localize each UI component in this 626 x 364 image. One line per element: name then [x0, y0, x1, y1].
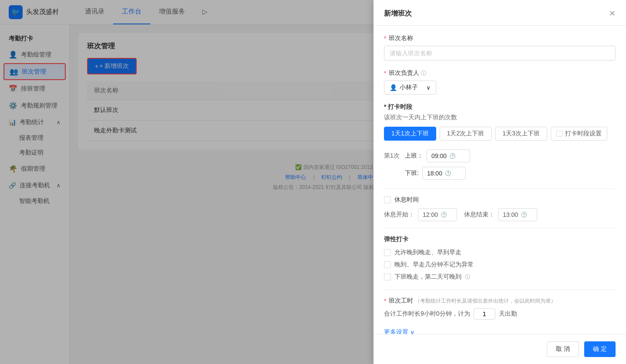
modal-close-button[interactable]: ✕ [609, 9, 616, 18]
break-time-field: 休息时间 休息开始： 12:00 🕐 休息结束： 13:00 🕐 [384, 196, 616, 221]
custom-period-label: 打卡时段设置 [565, 130, 602, 138]
flex-opt3-checkbox[interactable] [384, 273, 391, 280]
shift-name-label: * 班次名称 [384, 34, 616, 42]
workhours-text1: 合计工作时长9小时0分钟，计为 [384, 310, 470, 318]
end-time-input[interactable]: 18:00 🕐 [422, 167, 466, 180]
shift-owner-select[interactable]: 👤 小林子 ∨ [384, 81, 436, 94]
break-start-item: 休息开始： 12:00 🕐 [384, 208, 457, 221]
shift-owner-info-icon: ⓘ [421, 70, 426, 77]
flex-opt1-checkbox[interactable] [384, 249, 391, 256]
end-time-clock-icon: 🕐 [445, 170, 451, 176]
user-icon: 👤 [390, 84, 397, 91]
more-settings-chevron-icon: ∨ [410, 329, 414, 334]
shift-name-field: * 班次名称 [384, 34, 616, 61]
dropdown-icon: ∨ [426, 84, 431, 91]
work-hours-label: * 班次工时 （考勤统计工作时长及请假出差外出统计，会以此时间为准） [384, 297, 616, 305]
period-tab-1day1[interactable]: 1天1次上下班 [384, 127, 436, 141]
break-label-row: 休息时间 [384, 196, 616, 204]
flex-opt2-checkbox[interactable] [384, 261, 391, 268]
shift-owner-field: * 班次负责人 ⓘ 👤 小林子 ∨ [384, 69, 616, 94]
workhours-input[interactable] [474, 308, 495, 320]
flex-opt1-row: 允许晚到晚走、早到早走 [384, 249, 616, 256]
end-time-row: 第1次 下班: 18:00 🕐 [384, 167, 616, 180]
punch-period-subtitle: 该班次一天内上下班的次数 [384, 114, 616, 121]
modal-header: 新增班次 ✕ [374, 0, 626, 26]
break-label: 休息时间 [394, 196, 419, 204]
period-tab-1day2[interactable]: 1天2次上下班 [440, 127, 492, 141]
divider-2 [384, 228, 616, 229]
start-time-input[interactable]: 09:00 🕐 [427, 149, 470, 162]
start-time-clock-icon: 🕐 [449, 153, 456, 159]
flex-opt3-label: 下班晚走，第二天可晚到 [394, 273, 461, 281]
confirm-button[interactable]: 确 定 [584, 341, 616, 357]
shift-owner-label: * 班次负责人 ⓘ [384, 69, 616, 77]
punch-period-label: * 打卡时段 [384, 103, 616, 111]
modal-footer: 取 消 确 定 [374, 334, 626, 364]
modal-title: 新增班次 [384, 9, 412, 18]
end-work-label: 下班: [405, 169, 419, 177]
end-time-value: 18:00 [427, 170, 442, 177]
break-end-input[interactable]: 13:00 🕐 [498, 208, 537, 221]
workhours-text2: 天出勤 [499, 310, 517, 318]
break-end-value: 13:00 [503, 211, 518, 218]
shift-owner-value: 小林子 [400, 84, 418, 91]
break-start-input[interactable]: 12:00 🕐 [418, 208, 457, 221]
more-settings-toggle[interactable]: 更多设置 ∨ [384, 328, 616, 334]
divider-3 [384, 290, 616, 290]
flex-opt2-label: 晚到、早走几分钟不记为异常 [394, 261, 474, 269]
start-time-row: 第1次 上班： 09:00 🕐 [384, 149, 616, 162]
custom-period-tab[interactable]: 打卡时段设置 [551, 127, 607, 141]
break-end-label: 休息结束： [464, 211, 495, 219]
more-settings-label: 更多设置 [384, 328, 408, 334]
break-end-clock-icon: 🕐 [521, 212, 527, 218]
flex-opt2-row: 晚到、早走几分钟不记为异常 [384, 261, 616, 269]
first-period-times: 第1次 上班： 09:00 🕐 第1次 下班: 18:00 🕐 [384, 149, 616, 180]
cancel-button[interactable]: 取 消 [547, 341, 579, 357]
break-start-label: 休息开始： [384, 211, 414, 219]
shift-name-input[interactable] [384, 46, 616, 61]
punch-period-field: * 打卡时段 该班次一天内上下班的次数 1天1次上下班 1天2次上下班 1天3次… [384, 103, 616, 141]
flexible-punch-field: 弹性打卡 允许晚到晚走、早到早走 晚到、早走几分钟不记为异常 下班晚走，第二天可… [384, 236, 616, 281]
break-start-clock-icon: 🕐 [441, 212, 447, 218]
flex-opt3-row: 下班晚走，第二天可晚到 ⓘ [384, 273, 616, 281]
flex-opt3-info-icon: ⓘ [465, 273, 470, 281]
flex-opt1-label: 允许晚到晚走、早到早走 [394, 249, 461, 256]
start-work-label: 上班： [405, 152, 423, 160]
break-start-value: 12:00 [423, 211, 438, 218]
first-period-label: 第1次 [384, 152, 401, 160]
break-time-checkbox[interactable] [384, 196, 391, 203]
work-hours-field: * 班次工时 （考勤统计工作时长及请假出差外出统计，会以此时间为准） 合计工作时… [384, 297, 616, 320]
start-time-value: 09:00 [431, 152, 447, 159]
work-hours-note: （考勤统计工作时长及请假出差外出统计，会以此时间为准） [415, 297, 556, 305]
workhours-row: 合计工作时长9小时0分钟，计为 天出勤 [384, 308, 616, 320]
divider-1 [384, 189, 616, 189]
modal-body: * 班次名称 * 班次负责人 ⓘ 👤 小林子 ∨ * 打卡时段 该 [374, 26, 626, 334]
flexible-punch-title: 弹性打卡 [384, 236, 616, 243]
add-shift-modal: 新增班次 ✕ * 班次名称 * 班次负责人 ⓘ 👤 小林子 ∨ [374, 0, 626, 364]
period-tabs: 1天1次上下班 1天2次上下班 1天3次上下班 打卡时段设置 [384, 127, 616, 141]
custom-period-checkbox[interactable] [556, 131, 562, 137]
period-tab-1day3[interactable]: 1天3次上下班 [495, 127, 547, 141]
break-time-row: 休息开始： 12:00 🕐 休息结束： 13:00 🕐 [384, 208, 616, 221]
break-end-item: 休息结束： 13:00 🕐 [464, 208, 537, 221]
